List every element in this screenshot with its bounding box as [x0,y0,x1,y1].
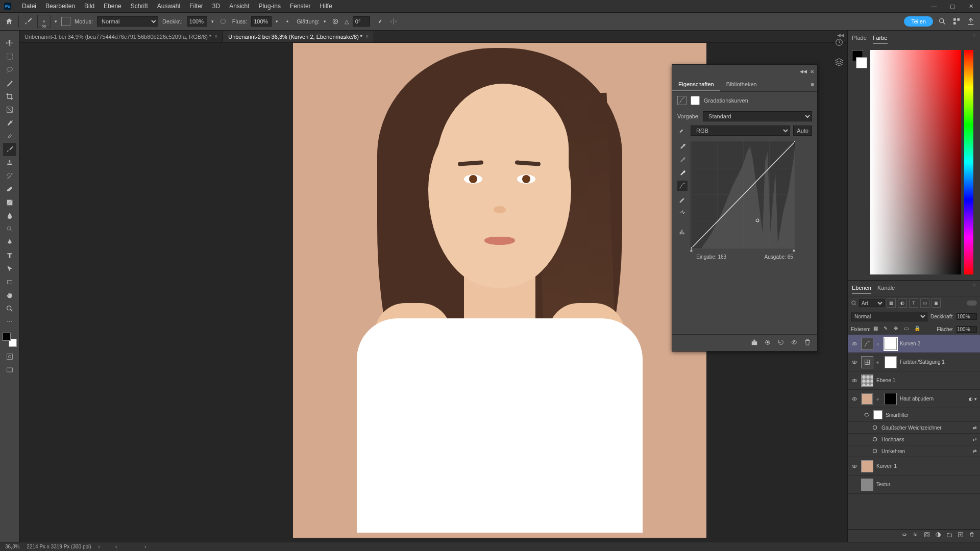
deckkraft-input[interactable] [187,16,207,27]
chevron-left-icon[interactable]: ‹ [115,544,117,549]
eyedropper-gray-icon[interactable] [677,154,688,164]
layer-umkehren[interactable]: Umkehren ⇄ [848,445,980,457]
layer-name[interactable]: Gaußscher Weichzeichner [881,425,970,431]
layers-dock-icon[interactable] [834,56,845,67]
link-icon[interactable]: ⟐ [876,360,881,365]
layer-name[interactable]: Ebene 1 [876,378,977,383]
menu-bild[interactable]: Bild [80,3,99,10]
curve-edit-icon[interactable] [677,181,688,191]
opacity-pressure-icon[interactable] [218,16,228,27]
link-icon[interactable]: ⟐ [876,341,881,346]
visibility-icon[interactable] [851,359,858,366]
curve-graph[interactable]: ▲ ▲ [691,141,795,248]
brush-tool[interactable] [3,143,16,156]
pressure-size-icon[interactable] [374,16,384,27]
filter-type-icon[interactable]: T [909,298,918,308]
eyedropper-white-icon[interactable] [677,167,688,178]
opacity-input[interactable] [957,313,977,320]
marquee-tool[interactable] [3,50,16,63]
layer-name[interactable]: Kurven 1 [876,463,977,469]
mask-thumb[interactable] [885,338,897,350]
zoom-tool[interactable] [3,302,16,315]
layer-gaussian[interactable]: Gaußscher Weichzeichner ⇄ [848,422,980,434]
quick-mask-tool[interactable] [3,350,16,363]
layer-farbton[interactable]: ⟐ Farbton/Sättigung 1 [848,353,980,371]
canvas[interactable] [19,43,980,542]
tab-farbe[interactable]: Farbe [873,33,888,44]
edit-toolbar[interactable]: ⋯ [3,315,16,329]
blend-mode-select[interactable]: Normal [851,312,927,321]
lock-artboard-icon[interactable]: ▭ [904,325,911,333]
visibility-icon[interactable] [851,463,858,470]
layer-smartfilter[interactable]: Smartfilter [848,408,980,422]
blur-tool[interactable] [3,209,16,222]
layer-name[interactable]: Umkehren [881,448,970,454]
layer-kurven-1[interactable]: Kurven 1 [848,457,980,475]
layer-style-icon[interactable]: fx [913,532,921,540]
vorgabe-select[interactable]: Standard [703,111,812,121]
visibility-icon[interactable] [851,340,858,347]
layer-ebene-1[interactable]: Ebene 1 [848,371,980,390]
path-selection-tool[interactable] [3,262,16,276]
history-dock-icon[interactable] [834,37,845,48]
clip-to-layer-icon[interactable] [751,339,759,347]
panel-menu-icon[interactable]: ≡ [973,33,976,44]
healing-brush-tool[interactable] [3,130,16,143]
home-icon[interactable] [4,16,14,27]
pen-tool[interactable] [3,236,16,249]
link-layers-icon[interactable] [901,532,910,540]
channel-select[interactable]: RGB [691,126,790,136]
document-tab-1[interactable]: Unbenannt-1 bei 34,9% (bca775444d76c791f… [19,31,223,42]
minimize-button[interactable]: — [925,0,943,12]
filter-edit-icon[interactable]: ⇄ [973,437,977,442]
reset-icon[interactable] [777,339,786,347]
modus-select[interactable]: Normal [97,16,158,27]
document-info[interactable]: 2214 Px x 3319 Px (300 ppi) [27,544,91,549]
visibility-icon[interactable] [863,411,870,418]
filter-edit-icon[interactable]: ⇄ [973,448,977,454]
dodge-tool[interactable] [3,222,16,236]
document-tab-2[interactable]: Unbenannt-2 bei 36,3% (Kurven 2, Ebenenm… [223,31,374,42]
close-tab-icon[interactable]: × [214,34,217,39]
close-tab-icon[interactable]: × [365,34,369,39]
zoom-level[interactable]: 36,3% [5,544,19,549]
layer-haut-abpudern[interactable]: ⟐ Haut abpudern ◐ ▾ [848,390,980,408]
smooth-curve-icon[interactable] [677,207,688,217]
menu-schrift[interactable]: Schrift [126,3,153,10]
trash-icon[interactable] [804,339,812,347]
export-icon[interactable] [966,16,976,27]
lock-all-icon[interactable]: 🔒 [914,325,921,333]
maximize-button[interactable]: ▢ [943,0,962,12]
move-tool[interactable] [3,37,16,50]
color-picker[interactable] [870,50,961,274]
mask-thumb[interactable] [885,356,897,368]
menu-hilfe[interactable]: Hilfe [315,3,337,10]
layer-name[interactable]: Hochpass [881,437,970,442]
filter-adjustment-icon[interactable]: ◐ [898,298,907,308]
visibility-icon[interactable] [871,447,878,455]
filter-type-select[interactable]: Art [859,299,885,307]
menu-auswahl[interactable]: Auswahl [153,3,185,10]
close-panel-icon[interactable]: ✕ [810,69,814,74]
symmetry-icon[interactable] [388,16,399,27]
type-tool[interactable] [3,249,16,262]
mask-thumb[interactable] [873,410,883,419]
fluss-input[interactable] [251,16,272,27]
rectangle-tool[interactable] [3,276,16,289]
panel-menu-icon[interactable]: ≡ [973,283,976,294]
menu-3d[interactable]: 3D [208,3,225,10]
filter-pixel-icon[interactable]: ▦ [887,298,896,308]
visibility-icon[interactable] [791,339,799,347]
color-swatches[interactable] [3,333,17,347]
menu-datei[interactable]: Datei [17,3,41,10]
lock-position-icon[interactable]: ✥ [894,325,901,333]
hand-tool[interactable] [3,289,16,302]
crop-tool[interactable] [3,90,16,103]
history-brush-tool[interactable] [3,169,16,183]
group-icon[interactable] [946,532,954,540]
fill-input[interactable] [957,326,977,333]
chevron-right-icon[interactable]: › [99,544,100,549]
visibility-icon[interactable] [851,395,858,403]
layer-hochpass[interactable]: Hochpass ⇄ [848,434,980,445]
angle-input[interactable] [353,16,370,27]
